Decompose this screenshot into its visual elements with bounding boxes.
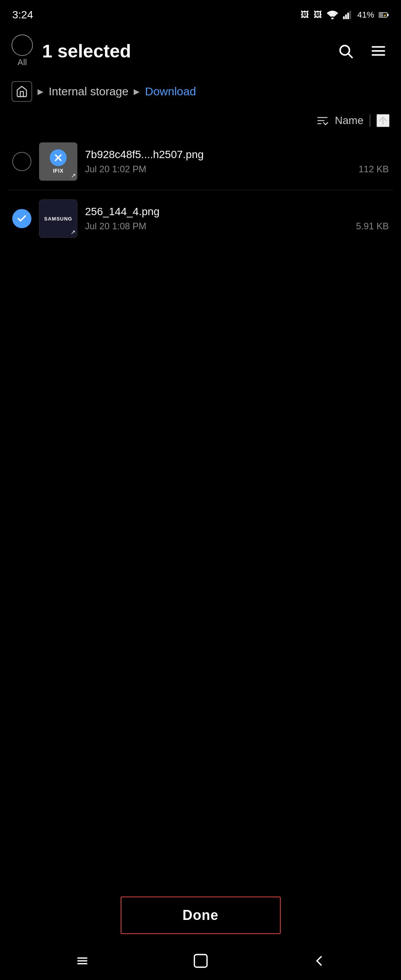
status-time: 3:24 (12, 9, 33, 21)
selection-title: 1 selected (42, 41, 325, 62)
file-date-2: Jul 20 1:08 PM (85, 221, 146, 232)
file-meta-2: Jul 20 1:08 PM 5.91 KB (85, 221, 389, 232)
file-date-1: Jul 20 1:02 PM (85, 164, 146, 175)
sort-bar: Name (0, 108, 401, 133)
svg-text:⚡: ⚡ (383, 13, 387, 17)
recent-apps-button[interactable] (68, 946, 97, 975)
home-button[interactable] (11, 81, 32, 102)
file-item-1[interactable]: IFIX ↗ 7b928c48f5....h2507.png Jul 20 1:… (8, 133, 393, 190)
file-name-1: 7b928c48f5....h2507.png (85, 149, 389, 161)
file-item-2[interactable]: SAMSUNG ↗ 256_144_4.png Jul 20 1:08 PM 5… (8, 190, 393, 247)
nav-bar (0, 942, 401, 980)
ifix-circle (50, 149, 67, 166)
sort-label: Name (335, 114, 363, 127)
search-icon (337, 43, 354, 59)
expand-icon-2: ↗ (70, 229, 75, 236)
wifi-icon (327, 11, 338, 19)
ifix-label: IFIX (53, 168, 64, 174)
all-select-wrap[interactable]: All (11, 34, 33, 67)
menu-icon (370, 43, 386, 59)
x-icon (53, 152, 64, 163)
file-info-1: 7b928c48f5....h2507.png Jul 20 1:02 PM 1… (85, 149, 389, 175)
nav-back-icon (311, 952, 327, 969)
checkmark-icon (16, 213, 27, 224)
nav-home-button[interactable] (186, 946, 215, 975)
home-icon (16, 85, 28, 98)
photo-icon-2: 🖼 (314, 10, 322, 20)
nav-back-button[interactable] (304, 946, 334, 975)
file-size-1: 112 KB (358, 164, 389, 175)
svg-line-10 (349, 54, 352, 58)
svg-rect-7 (380, 13, 383, 17)
svg-point-0 (331, 18, 334, 19)
status-icons: 🖼 🖼 41% ⚡ (301, 10, 389, 20)
status-bar: 3:24 🖼 🖼 41% ⚡ (0, 0, 401, 27)
done-area: Done (0, 889, 401, 942)
top-actions (334, 40, 390, 62)
sort-divider (370, 114, 370, 127)
svg-rect-23 (194, 955, 207, 967)
file-checkbox-1[interactable] (12, 152, 31, 171)
svg-rect-3 (347, 13, 349, 19)
breadcrumb-arrow-2: ▶ (134, 87, 139, 96)
battery-percentage: 41% (357, 10, 374, 20)
sort-direction-button[interactable] (376, 114, 390, 127)
all-circle[interactable] (11, 34, 33, 56)
expand-icon-1: ↗ (71, 172, 76, 179)
sort-asc-icon (377, 115, 389, 126)
all-label: All (18, 57, 27, 67)
file-meta-1: Jul 20 1:02 PM 112 KB (85, 164, 389, 175)
file-name-2: 256_144_4.png (85, 206, 389, 218)
file-thumbnail-2: SAMSUNG ↗ (39, 199, 77, 238)
recent-apps-icon (74, 952, 91, 969)
nav-home-icon (192, 952, 209, 969)
samsung-logo: SAMSUNG (44, 216, 72, 222)
file-list: IFIX ↗ 7b928c48f5....h2507.png Jul 20 1:… (0, 133, 401, 247)
breadcrumb: ▶ Internal storage ▶ Download (0, 75, 401, 108)
file-checkbox-2[interactable] (12, 209, 31, 228)
menu-button[interactable] (367, 40, 390, 62)
photo-icon-1: 🖼 (301, 10, 309, 20)
svg-rect-4 (349, 11, 351, 19)
top-bar: All 1 selected (0, 27, 401, 75)
svg-rect-6 (388, 14, 389, 16)
file-size-2: 5.91 KB (356, 221, 389, 232)
done-button[interactable]: Done (121, 897, 281, 934)
breadcrumb-arrow-1: ▶ (38, 87, 43, 96)
file-info-2: 256_144_4.png Jul 20 1:08 PM 5.91 KB (85, 206, 389, 232)
svg-rect-1 (343, 16, 345, 19)
battery-icon: ⚡ (379, 11, 389, 19)
breadcrumb-internal-storage[interactable]: Internal storage (49, 85, 128, 98)
breadcrumb-download[interactable]: Download (145, 85, 196, 98)
svg-rect-2 (345, 15, 347, 19)
sort-icon (316, 114, 329, 127)
search-button[interactable] (334, 40, 357, 62)
signal-icon (343, 11, 353, 19)
file-thumbnail-1: IFIX ↗ (39, 142, 77, 181)
